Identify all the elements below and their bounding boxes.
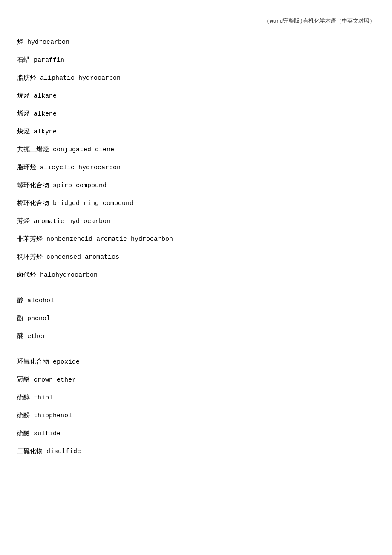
term-english: aromatic hydrocarbon (34, 218, 110, 225)
term-english: condensed aromatics (46, 254, 119, 261)
term-chinese: 芳烃 (17, 218, 30, 225)
term-chinese: 脂肪烃 (17, 75, 36, 82)
list-item: 脂环烃 alicyclic hydrocarbon (17, 163, 375, 173)
list-item: 硫酚 thiophenol (17, 411, 375, 421)
term-english: thiol (34, 394, 53, 402)
list-item: 硫醇 thiol (17, 393, 375, 403)
page-header: (word完整版)有机化学术语（中英文对照） (17, 17, 375, 25)
page-title: (word完整版)有机化学术语（中英文对照） (266, 18, 375, 24)
list-item: 脂肪烃 aliphatic hydrocarbon (17, 73, 375, 84)
term-english: alkane (34, 92, 57, 100)
list-item: 烯烃 alkene (17, 109, 375, 119)
term-english: alicyclic hydrocarbon (40, 164, 121, 171)
term-chinese: 共扼二烯烃 (17, 146, 49, 153)
term-chinese: 非苯芳烃 (17, 236, 43, 243)
list-item: 桥环化合物 bridged ring compound (17, 199, 375, 209)
list-item: 非苯芳烃 nonbenzenoid aromatic hydrocarbon (17, 234, 375, 245)
list-item: 酚 phenol (17, 314, 375, 324)
list-item: 芳烃 aromatic hydrocarbon (17, 217, 375, 227)
term-chinese: 桥环化合物 (17, 200, 49, 207)
list-item: 二硫化物 disulfide (17, 447, 375, 457)
list-item: 炔烃 alkyne (17, 127, 375, 137)
term-english: nonbenzenoid aromatic hydrocarbon (46, 236, 173, 243)
term-english: aliphatic hydrocarbon (40, 75, 121, 82)
term-english: phenol (27, 315, 50, 322)
term-chinese: 脂环烃 (17, 164, 36, 171)
term-english: hydrocarbon (27, 39, 69, 46)
term-chinese: 螺环化合物 (17, 182, 49, 189)
term-chinese: 硫醇 (17, 394, 30, 402)
term-chinese: 卤代烃 (17, 272, 36, 279)
term-chinese: 醇 (17, 297, 23, 304)
term-list: 烃 hydrocarbon石蜡 paraffin脂肪烃 aliphatic hy… (17, 38, 375, 457)
term-english: spiro compound (53, 182, 107, 189)
term-chinese: 醚 (17, 333, 23, 340)
term-chinese: 环氧化合物 (17, 358, 49, 366)
term-english: disulfide (46, 448, 81, 455)
term-chinese: 烯烃 (17, 110, 30, 118)
term-english: epoxide (53, 358, 80, 366)
term-english: alkene (34, 110, 57, 118)
term-english: conjugated diene (53, 146, 114, 153)
term-chinese: 二硫化物 (17, 448, 43, 455)
list-item: 稠环芳烃 condensed aromatics (17, 252, 375, 263)
term-chinese: 烷烃 (17, 92, 30, 100)
list-item: 醇 alcohol (17, 296, 375, 306)
list-item: 螺环化合物 spiro compound (17, 181, 375, 191)
term-chinese: 冠醚 (17, 376, 30, 384)
term-chinese: 烃 (17, 39, 23, 46)
list-item: 硫醚 sulfide (17, 429, 375, 439)
term-english: thiophenol (34, 412, 72, 419)
term-chinese: 硫醚 (17, 430, 30, 437)
term-chinese: 稠环芳烃 (17, 254, 43, 261)
list-item: 醚 ether (17, 332, 375, 342)
list-item: 冠醚 crown ether (17, 375, 375, 385)
term-chinese: 硫酚 (17, 412, 30, 419)
term-chinese: 酚 (17, 315, 23, 322)
list-item: 烃 hydrocarbon (17, 38, 375, 48)
term-english: sulfide (34, 430, 61, 437)
list-item: 共扼二烯烃 conjugated diene (17, 145, 375, 155)
term-english: paraffin (34, 57, 64, 64)
term-english: alkyne (34, 128, 57, 136)
list-item: 烷烃 alkane (17, 91, 375, 101)
list-item: 环氧化合物 epoxide (17, 357, 375, 367)
list-item: 卤代烃 halohydrocarbon (17, 270, 375, 280)
term-english: bridged ring compound (53, 200, 133, 207)
term-english: crown ether (34, 376, 76, 384)
term-english: ether (27, 333, 46, 340)
term-chinese: 炔烃 (17, 128, 30, 136)
term-english: halohydrocarbon (40, 272, 98, 279)
list-item: 石蜡 paraffin (17, 55, 375, 66)
term-chinese: 石蜡 (17, 57, 30, 64)
term-english: alcohol (27, 297, 54, 304)
